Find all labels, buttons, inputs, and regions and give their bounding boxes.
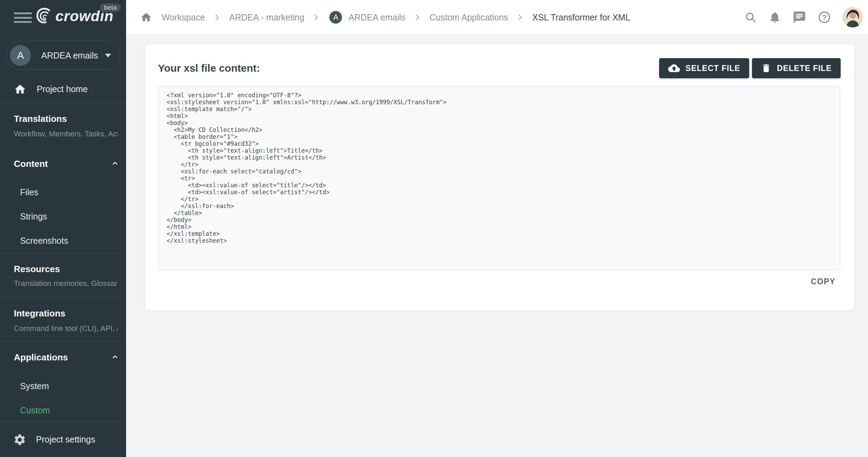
delete-file-button[interactable]: DELETE FILE — [752, 58, 841, 78]
delete-file-label: DELETE FILE — [777, 64, 832, 73]
xsl-file-card: Your xsl file content: SELECT FILE DELET… — [144, 44, 854, 311]
file-actions: SELECT FILE DELETE FILE — [659, 58, 841, 78]
xsl-code-viewer[interactable]: <?xml version="1.0" encoding="UTF-8"?> <… — [158, 86, 840, 270]
page-title: Your xsl file content: — [158, 62, 260, 74]
chevron-up-icon[interactable] — [110, 352, 120, 363]
sidebar-item-project-settings[interactable]: Project settings — [0, 422, 126, 457]
breadcrumb-project-avatar: A — [328, 10, 343, 25]
sidebar-section-integrations-subtitle: Command line tool (CLI), API, A… — [14, 324, 118, 333]
divider — [0, 103, 126, 103]
sidebar-item-label: Project settings — [36, 434, 95, 445]
breadcrumb-item-organization[interactable]: ARDEA - marketing — [229, 12, 304, 23]
breadcrumb-home-icon[interactable] — [140, 11, 152, 23]
breadcrumb-item-workspace[interactable]: Workspace — [162, 12, 205, 23]
breadcrumb-item-custom-applications[interactable]: Custom Applications — [429, 12, 508, 23]
select-file-button[interactable]: SELECT FILE — [659, 58, 749, 78]
topbar-actions: ? — [744, 7, 863, 28]
sidebar-item-system[interactable]: System — [20, 381, 49, 391]
breadcrumb-project-label: ARDEA emails — [348, 12, 405, 23]
home-icon — [14, 83, 26, 96]
topbar: Workspace ARDEA - marketing A ARDEA emai… — [126, 0, 868, 35]
crowdin-logo-icon — [34, 6, 53, 26]
hamburger-menu-icon[interactable] — [14, 12, 32, 23]
search-icon[interactable] — [744, 11, 757, 24]
breadcrumb: Workspace ARDEA - marketing A ARDEA emai… — [140, 10, 630, 25]
sidebar-section-integrations[interactable]: Integrations — [14, 308, 65, 319]
chevron-up-icon[interactable] — [110, 159, 120, 170]
chevron-right-icon — [213, 13, 222, 22]
user-avatar[interactable] — [842, 7, 863, 28]
sidebar-section-content[interactable]: Content — [14, 159, 48, 169]
sidebar-section-translations[interactable]: Translations — [14, 114, 67, 124]
chevron-right-icon — [312, 13, 321, 22]
notifications-bell-icon[interactable] — [768, 11, 781, 24]
help-icon[interactable]: ? — [817, 10, 831, 24]
sidebar-section-translations-subtitle: Workflow, Members, Tasks, Act… — [14, 129, 118, 138]
sidebar-item-custom[interactable]: Custom — [20, 405, 50, 415]
chevron-right-icon — [413, 13, 422, 22]
beta-badge: beta — [100, 3, 121, 12]
xsl-code-content: <?xml version="1.0" encoding="UTF-8"?> <… — [167, 92, 832, 244]
project-selector-name: ARDEA emails — [41, 51, 105, 61]
sidebar-section-resources[interactable]: Resources — [14, 264, 60, 275]
divider — [0, 297, 126, 297]
breadcrumb-item-current-page: XSL Transformer for XML — [532, 12, 630, 23]
project-avatar: A — [10, 45, 31, 66]
sidebar-item-files[interactable]: Files — [20, 187, 38, 197]
select-file-label: SELECT FILE — [685, 64, 740, 73]
breadcrumb-item-project[interactable]: A ARDEA emails — [328, 10, 405, 25]
trash-icon — [761, 63, 771, 73]
main-content: Your xsl file content: SELECT FILE DELET… — [126, 35, 868, 457]
divider — [0, 341, 126, 342]
project-selector[interactable]: A ARDEA emails — [6, 41, 121, 70]
sidebar: crowdin beta A ARDEA emails Project home… — [0, 0, 126, 457]
sidebar-section-applications[interactable]: Applications — [14, 352, 68, 363]
sidebar-item-project-home[interactable]: Project home — [0, 75, 126, 103]
cloud-upload-icon — [668, 62, 680, 74]
svg-text:?: ? — [822, 13, 826, 22]
divider — [0, 149, 126, 149]
messages-chat-icon[interactable] — [792, 10, 806, 24]
sidebar-item-strings[interactable]: Strings — [20, 212, 47, 222]
sidebar-section-resources-subtitle: Translation memories, Glossari… — [14, 279, 118, 288]
gear-icon — [13, 433, 26, 446]
sidebar-item-screenshots[interactable]: Screenshots — [20, 236, 68, 246]
copy-button[interactable]: COPY — [811, 277, 835, 286]
caret-down-icon — [105, 54, 111, 57]
divider — [0, 253, 126, 253]
sidebar-item-label: Project home — [37, 84, 88, 94]
chevron-right-icon — [516, 13, 525, 22]
